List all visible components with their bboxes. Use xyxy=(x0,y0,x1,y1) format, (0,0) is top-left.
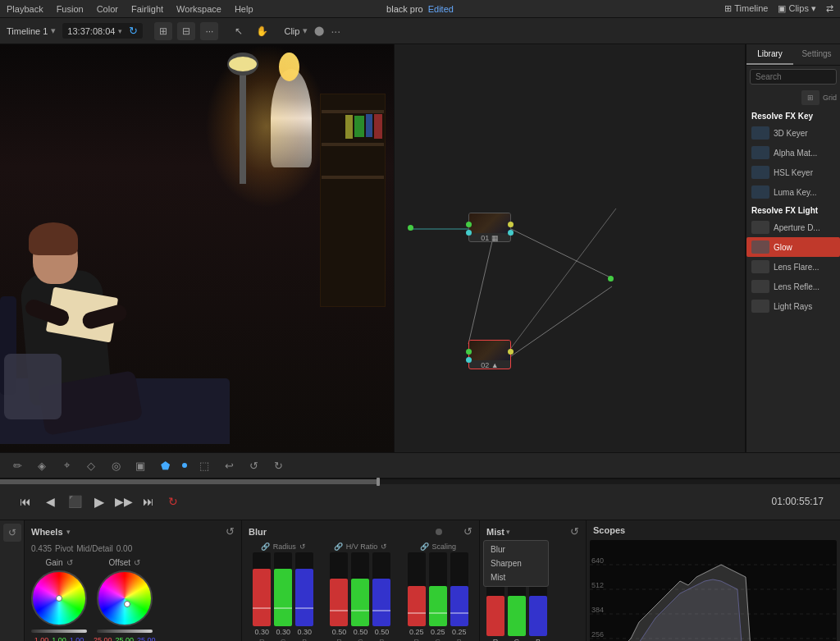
link-radius-icon[interactable]: 🔗 xyxy=(261,543,270,551)
undo-tool[interactable]: ↺ xyxy=(243,456,264,475)
nodes-panel[interactable]: 01 ▦ 02 ▲ xyxy=(394,44,746,452)
scaling-b-notch xyxy=(450,612,468,614)
node-02[interactable]: 02 ▲ xyxy=(468,340,511,369)
prev-frame-btn[interactable]: ◀ xyxy=(41,492,59,511)
lib-item-lens-reflect[interactable]: Lens Refle... xyxy=(746,277,840,296)
redo-tool[interactable]: ↻ xyxy=(267,456,289,475)
menu-playback[interactable]: Playback xyxy=(7,4,43,14)
pencil-tool[interactable]: ✏ xyxy=(7,456,28,475)
stop-btn[interactable]: ⬛ xyxy=(66,492,84,511)
timeline-label[interactable]: Timeline 1 ▾ xyxy=(7,25,56,36)
next-frame-btn[interactable]: ▶▶ xyxy=(115,492,133,511)
curves-tool[interactable]: ◈ xyxy=(31,456,52,475)
timeline-menu-btn[interactable]: ⊞ Timeline xyxy=(724,3,768,14)
menu-help[interactable]: Help xyxy=(235,4,253,14)
scaling-g-outer[interactable] xyxy=(429,552,447,626)
clip-more-btn[interactable]: ··· xyxy=(331,25,340,38)
scaling-b-val: 0.25 xyxy=(452,628,467,636)
menu-fairlight[interactable]: Fairlight xyxy=(131,4,163,14)
glow-icon xyxy=(751,240,769,254)
hand-tool[interactable]: ✋ xyxy=(253,22,271,40)
mist-reset[interactable]: ↺ xyxy=(570,525,579,538)
timecode-display[interactable]: 13:37:08:04 ▾ ↻ xyxy=(62,23,143,39)
tab-library[interactable]: Library xyxy=(746,44,793,65)
cursor-tools: ↖ ✋ xyxy=(230,22,271,40)
shape-tool[interactable]: ◇ xyxy=(80,456,102,475)
blur-reset[interactable]: ↺ xyxy=(463,525,472,538)
radius-g-outer[interactable] xyxy=(274,552,292,626)
radius-b-outer[interactable] xyxy=(295,552,313,626)
pivot-val-display: 0.435 xyxy=(31,544,52,553)
gain-reset[interactable]: ↺ xyxy=(66,558,73,567)
progress-bar[interactable] xyxy=(0,479,840,484)
mist-dropdown-arrow[interactable]: ▾ xyxy=(506,528,510,536)
loop-btn[interactable]: ↻ xyxy=(164,492,182,511)
color-panel: ↺ Wheels ▾ ↺ 0.435 Pivot Mid/Detail 0.00… xyxy=(0,520,840,641)
tab-settings[interactable]: Settings xyxy=(793,44,840,65)
offset-slider[interactable] xyxy=(97,630,153,633)
clips-menu-btn[interactable]: ▣ Clips ▾ xyxy=(778,3,816,14)
menu-fusion[interactable]: Fusion xyxy=(57,4,84,14)
mist-option-sharpen[interactable]: Sharpen xyxy=(484,556,548,570)
search-input[interactable] xyxy=(750,69,837,85)
transform-tool[interactable]: ◎ xyxy=(105,456,126,475)
mask-tool[interactable]: ⬚ xyxy=(194,456,215,475)
skip-end-btn[interactable]: ⏭ xyxy=(139,492,158,511)
hv-b-outer[interactable] xyxy=(372,552,390,626)
mist-option-blur[interactable]: Blur xyxy=(484,543,548,556)
grid-view-btn[interactable]: ⊞ xyxy=(801,90,819,105)
eyedropper-tool[interactable]: ⌖ xyxy=(56,456,77,475)
tool-1[interactable]: ↺ xyxy=(3,524,21,542)
hv-r-letter: R xyxy=(336,638,342,641)
overlay-btn[interactable]: ⊟ xyxy=(177,22,195,40)
offset-reset[interactable]: ↺ xyxy=(134,558,140,567)
menu-workspace[interactable]: Workspace xyxy=(176,4,221,14)
more-btn[interactable]: ··· xyxy=(200,22,218,40)
offset-wheel[interactable] xyxy=(97,570,153,626)
gain-wheel[interactable] xyxy=(31,570,87,626)
svg-text:384: 384 xyxy=(591,606,604,614)
lib-item-3d-keyer[interactable]: 3D Keyer xyxy=(746,123,840,143)
lib-item-light-rays[interactable]: Light Rays xyxy=(746,296,840,316)
scope-svg: 640 512 384 256 128 xyxy=(590,540,837,641)
scaling-b-outer[interactable] xyxy=(450,552,468,626)
menu-color[interactable]: Color xyxy=(97,4,118,14)
play-btn[interactable]: ▶ xyxy=(90,492,108,511)
mist-b-val: B xyxy=(536,638,541,641)
select-tool[interactable]: ↖ xyxy=(230,22,248,40)
svg-line-2 xyxy=(468,241,492,344)
share-btn[interactable]: ⇄ xyxy=(826,3,833,14)
lib-item-aperture[interactable]: Aperture D... xyxy=(746,217,840,237)
radius-b-letter: B xyxy=(302,638,307,641)
lib-item-hsl-keyer[interactable]: HSL Keyer xyxy=(746,163,840,182)
hv-ratio-group: 🔗 H/V Ratio ↺ 0.50 R xyxy=(324,543,396,641)
multi-view-btn[interactable]: ⊞ xyxy=(154,22,172,40)
hv-reset-icon[interactable]: ↺ xyxy=(381,543,387,551)
radius-reset-icon[interactable]: ↺ xyxy=(299,543,306,551)
offset-header: Offset ↺ xyxy=(109,558,141,567)
mist-option-mist[interactable]: Mist xyxy=(484,570,548,584)
lib-item-glow[interactable]: Glow xyxy=(746,237,840,257)
radius-r-outer[interactable] xyxy=(253,552,271,626)
layer-tool[interactable]: ▣ xyxy=(130,456,151,475)
hv-g-outer[interactable] xyxy=(351,552,369,626)
offset-g-val: 25.00 xyxy=(116,636,135,641)
hv-r-outer[interactable] xyxy=(330,552,348,626)
link-hv-icon[interactable]: 🔗 xyxy=(334,543,343,551)
wheels-dropdown-arrow[interactable]: ▾ xyxy=(66,528,71,536)
color-dropper[interactable]: ⬟ xyxy=(154,456,176,475)
scaling-r-outer[interactable] xyxy=(408,552,426,626)
scaling-g-letter: G xyxy=(435,638,441,641)
hv-title: 🔗 H/V Ratio ↺ xyxy=(334,543,388,551)
gain-slider[interactable] xyxy=(31,630,87,633)
lib-item-lens-flare[interactable]: Lens Flare... xyxy=(746,257,840,277)
lib-item-luma-key[interactable]: Luma Key... xyxy=(746,182,840,202)
tracker-tool[interactable]: ↩ xyxy=(218,456,240,475)
node-01[interactable]: 01 ▦ xyxy=(468,213,511,242)
video-preview[interactable] xyxy=(0,44,394,452)
wheels-reset-btn[interactable]: ↺ xyxy=(226,525,235,538)
radius-g-val: 0.30 xyxy=(276,628,290,636)
link-scaling-icon[interactable]: 🔗 xyxy=(420,543,429,551)
lib-item-alpha-mat[interactable]: Alpha Mat... xyxy=(746,143,840,163)
skip-start-btn[interactable]: ⏮ xyxy=(16,492,34,511)
